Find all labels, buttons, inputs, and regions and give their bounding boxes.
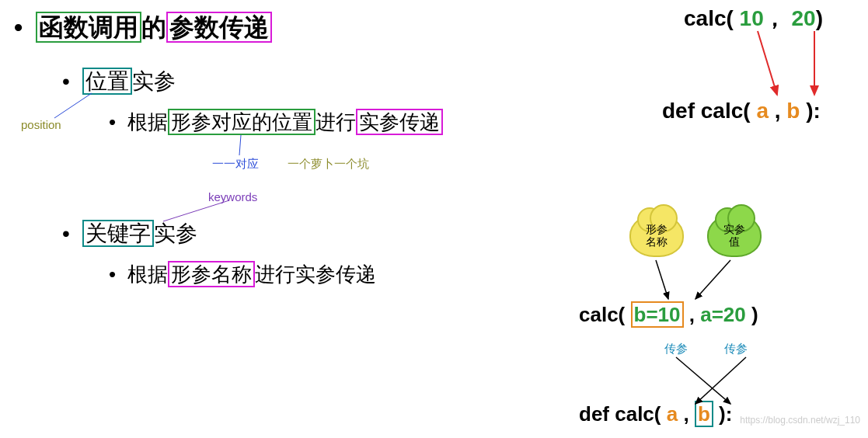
svg-line-7 <box>676 357 730 404</box>
s2-desc-pre: 根据 <box>127 262 168 286</box>
svg-line-1 <box>163 200 229 221</box>
d2-def-close: ): <box>713 402 733 426</box>
d2-close: ) <box>746 303 758 326</box>
cloud-arg-value: 实参 值 <box>707 214 762 257</box>
svg-line-6 <box>695 260 730 299</box>
watermark: https://blog.csdn.net/wzj_110 <box>740 415 860 426</box>
svg-line-8 <box>695 357 746 404</box>
d2-psep: , <box>678 402 695 426</box>
section1-desc: • 根据形参对应的位置进行实参传递 <box>109 109 443 136</box>
section1-keyword: 位置 <box>82 68 132 95</box>
s2-desc-box1: 形参名称 <box>168 261 255 287</box>
cloud-param-name: 形参 名称 <box>629 214 684 257</box>
s2-desc-rest: 进行实参传递 <box>255 262 376 286</box>
pass-label-1: 传参 <box>664 342 688 356</box>
diagram2-call: calc( b=10 , a=20 ) <box>579 303 758 327</box>
annotation-position: position <box>21 118 61 131</box>
s1-desc-mid: 进行 <box>315 110 356 134</box>
d1-param2: b <box>786 99 800 123</box>
title-part2: 参数传递 <box>166 12 272 43</box>
section2-rest: 实参 <box>154 221 197 245</box>
section2-keyword: 关键字 <box>82 220 154 247</box>
d1-def-close: ): <box>800 99 820 123</box>
d2-def-pre: def calc( <box>579 402 661 426</box>
pass-label-2: 传参 <box>724 342 748 356</box>
bullet-icon: • <box>62 221 70 245</box>
diagram1-def: def calc( a , b ): <box>662 99 821 123</box>
bullet-icon: • <box>14 13 23 41</box>
s1-desc-box1: 形参对应的位置 <box>168 109 315 135</box>
section2-desc: • 根据形参名称进行实参传递 <box>109 261 376 288</box>
d1-close: ) <box>816 6 823 30</box>
d1-arg1: 10 <box>740 6 764 30</box>
annotation-keywords: keywords <box>208 190 257 203</box>
s1-desc-box2: 实参传递 <box>356 109 443 135</box>
bullet-icon: • <box>109 110 116 134</box>
d2-sep: , <box>684 303 701 326</box>
title-mid: 的 <box>141 13 166 41</box>
cloud1-text: 形参 名称 <box>646 223 668 248</box>
d2-param1: a <box>667 402 678 426</box>
section2-heading: • 关键字实参 <box>62 219 197 249</box>
svg-line-5 <box>656 260 668 299</box>
s1-desc-pre: 根据 <box>127 110 168 134</box>
cloud2-text: 实参 值 <box>723 223 745 248</box>
d1-psep: , <box>769 99 786 123</box>
svg-line-3 <box>758 31 777 95</box>
bullet-icon: • <box>62 69 70 93</box>
diagram2-def: def calc( a , b ): <box>579 402 732 426</box>
d2-fn: calc( <box>579 303 625 326</box>
d1-param1: a <box>756 99 769 123</box>
title-part1: 函数调用 <box>36 12 141 43</box>
svg-line-2 <box>239 135 241 155</box>
section1-heading: • 位置实参 <box>62 67 176 96</box>
d1-sep: ， <box>764 6 786 30</box>
main-title: • 函数调用的参数传递 <box>14 11 272 45</box>
d2-kw2: a=20 <box>700 303 746 326</box>
d1-fn: calc( <box>684 6 734 30</box>
d2-kw1: b=10 <box>631 301 684 328</box>
bullet-icon: • <box>109 262 116 286</box>
d1-def-pre: def calc( <box>662 99 751 123</box>
annotation-map: 一一对应 <box>212 157 259 172</box>
d1-arg2: 20 <box>792 6 816 30</box>
annotation-radish: 一个萝卜一个坑 <box>288 157 369 172</box>
d2-param2: b <box>695 401 713 427</box>
svg-line-0 <box>54 93 92 118</box>
section1-rest: 实参 <box>132 69 176 93</box>
diagram1-call: calc( 10， 20) <box>684 4 823 33</box>
